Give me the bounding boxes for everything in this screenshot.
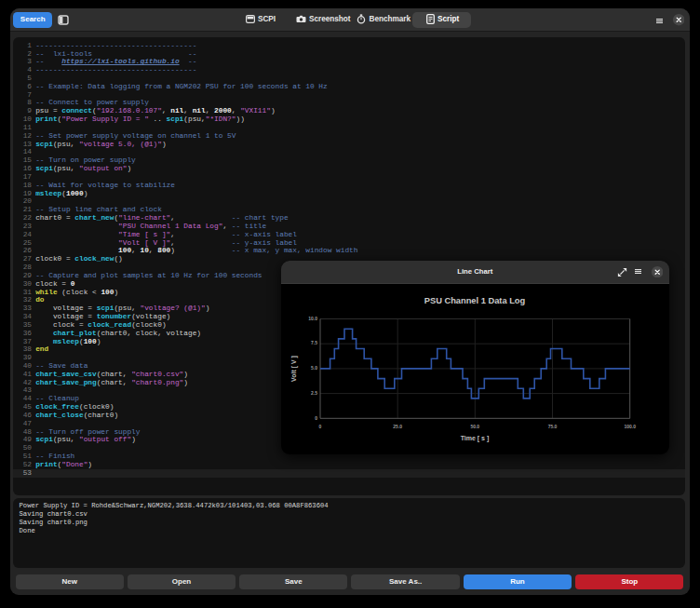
svg-text:25.0: 25.0: [393, 424, 402, 429]
svg-text:0: 0: [315, 415, 317, 421]
svg-text:Time [ s ]: Time [ s ]: [461, 435, 490, 442]
svg-text:5.0: 5.0: [311, 365, 317, 371]
svg-text:0: 0: [319, 424, 322, 429]
svg-text:7.5: 7.5: [311, 340, 317, 345]
svg-text:2.5: 2.5: [311, 390, 317, 396]
svg-text:50.0: 50.0: [470, 424, 479, 429]
svg-text:100.0: 100.0: [624, 424, 636, 429]
svg-text:PSU Channel 1 Data Log: PSU Channel 1 Data Log: [424, 296, 526, 305]
svg-text:10.0: 10.0: [308, 316, 317, 321]
svg-text:Volt [ V ]: Volt [ V ]: [290, 356, 298, 382]
svg-text:75.0: 75.0: [548, 424, 558, 429]
